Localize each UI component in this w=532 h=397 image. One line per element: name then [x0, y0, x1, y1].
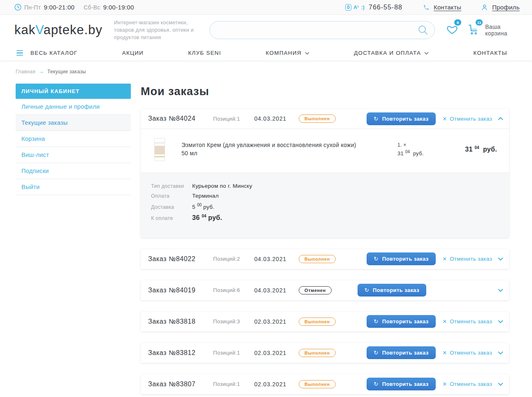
order-positions: Позиций:1 [213, 116, 254, 122]
order-date: 04.03.2021 [254, 256, 299, 262]
wishlist-count-badge: 6 [454, 19, 461, 26]
clock-icon [14, 4, 21, 11]
profile-link[interactable]: Профиль [492, 4, 520, 11]
sidebar-title: ЛИЧНЫЙ КАБИНЕТ [16, 84, 131, 99]
product-name: Эзмитоп Крем (для увлажнения и восстанов… [181, 141, 358, 157]
phone-number: 766-55-88 [369, 4, 402, 11]
repeat-order-button[interactable]: ↻ Повторить заказ [367, 112, 435, 125]
nav-item-catalog[interactable]: ВЕСЬ КАТАЛОГ [16, 50, 77, 56]
order-total-label: К оплате [151, 215, 189, 221]
sidebar-item-subscriptions[interactable]: Подписки [16, 163, 131, 179]
sidebar-item-current-orders[interactable]: Текущие заказы [16, 115, 131, 131]
refresh-icon: ↻ [374, 116, 378, 122]
profile-icon [481, 4, 488, 11]
order-status-badge: Выполнен [299, 114, 336, 123]
hours-weekend-label: Сб-Вс [84, 4, 100, 11]
order-date: 02.03.2021 [254, 350, 299, 356]
chevron-down-icon [498, 289, 503, 292]
repeat-order-button[interactable]: ↻Повторить заказ [367, 252, 435, 265]
sidebar-item-wishlist[interactable]: Виш-лист [16, 147, 131, 163]
main-nav: ВЕСЬ КАТАЛОГ АКЦИИ КЛУБ SENI КОМПАНИЯ ДО… [0, 45, 532, 61]
refresh-icon: ↻ [374, 381, 378, 387]
shipping-label: Доставка [151, 204, 189, 210]
cancel-order-link[interactable]: ×Отменить заказ [443, 381, 492, 388]
order-card-84022: Заказ №84022 Позиций:2 04.03.2021 Выполн… [141, 249, 509, 269]
order-details: Тип доставки Курьером по г. Минску Оплат… [141, 173, 509, 238]
payment-value: Терминал [192, 193, 219, 199]
close-icon: × [443, 115, 447, 122]
delivery-type-label: Тип доставки [151, 183, 189, 189]
order-total-value: 36 04 руб. [192, 214, 222, 222]
close-icon: × [443, 349, 447, 356]
contacts-link[interactable]: Контакты [434, 4, 461, 11]
product-qty: 1. × [397, 141, 443, 149]
payment-label: Оплата [151, 193, 189, 199]
order-positions: Позиций:3 [213, 318, 254, 325]
delivery-type-value: Курьером по г. Минску [192, 183, 252, 189]
nav-item-delivery[interactable]: ДОСТАВКА И ОПЛАТА [354, 50, 429, 56]
cart-button[interactable]: 11 [467, 23, 479, 37]
order-number: Заказ №84019 [148, 287, 213, 294]
site-header: kakVapteke.by Интернет-магазин косметики… [0, 15, 532, 45]
chevron-down-icon [305, 52, 309, 55]
product-total-price: 31 04 руб. [465, 145, 499, 153]
expand-order-button[interactable] [498, 383, 503, 386]
chevron-down-icon [498, 257, 503, 261]
order-status-badge: Выполнен [299, 255, 336, 263]
breadcrumb-home-link[interactable]: Главная [16, 69, 35, 75]
nav-item-promotions[interactable]: АКЦИИ [122, 50, 144, 56]
order-card-83807: Заказ №83807 Позиций:1 02.03.2021 Выполн… [141, 374, 509, 394]
hours-weekdays-value: 9:00-21:00 [44, 4, 74, 11]
repeat-order-button[interactable]: ↻Повторить заказ [367, 346, 435, 359]
sidebar-item-cart[interactable]: Корзина [16, 131, 131, 147]
site-logo[interactable]: kakVapteke.by [14, 23, 102, 37]
nav-item-club-seni[interactable]: КЛУБ SENI [188, 50, 221, 56]
order-number: Заказ №83807 [148, 381, 213, 388]
order-positions: Позиций:1 [213, 350, 254, 356]
sidebar-item-logout[interactable]: Выйти [16, 179, 131, 195]
cancel-order-link[interactable]: ×Отменить заказ [443, 349, 492, 356]
collapse-order-button[interactable] [498, 117, 503, 120]
product-image [154, 138, 165, 161]
order-date: 02.03.2021 [254, 381, 299, 388]
operator-life-icon: :) [361, 5, 365, 10]
refresh-icon: ↻ [374, 350, 378, 356]
expand-order-button[interactable] [498, 320, 503, 323]
repeat-order-button[interactable]: ↻Повторить заказ [367, 315, 435, 328]
close-icon: × [443, 318, 447, 325]
nav-item-contacts[interactable]: КОНТАКТЫ [474, 50, 507, 56]
sidebar-item-personal-data[interactable]: Личные данные и профили [16, 99, 131, 115]
cancel-order-link[interactable]: ×Отменить заказ [443, 318, 492, 325]
order-positions: Позиций:1 [213, 381, 254, 387]
search-input[interactable] [209, 21, 435, 39]
breadcrumb: Главная → Текущие заказы [16, 68, 532, 75]
order-card-83818: Заказ №83818 Позиций:3 02.03.2021 Выполн… [141, 312, 509, 332]
repeat-order-button[interactable]: ↻Повторить заказ [367, 378, 435, 390]
wishlist-button[interactable]: 6 [446, 23, 458, 37]
page-title: Мои заказы [141, 85, 509, 98]
expand-order-button[interactable] [498, 289, 503, 292]
cancel-order-link[interactable]: ×Отменить заказ [443, 255, 492, 262]
repeat-order-button[interactable]: ↻Повторить заказ [358, 284, 426, 297]
hours-weekdays-label: Пн-Пт [24, 4, 41, 11]
expand-order-button[interactable] [498, 351, 503, 355]
order-status-badge: Выполнен [299, 318, 336, 326]
shipping-value: 5 00 руб. [192, 203, 214, 210]
hours-weekend-value: 9:00-19:00 [103, 4, 134, 11]
order-product-row: Эзмитоп Крем (для увлажнения и восстанов… [141, 128, 509, 173]
search-icon[interactable] [418, 25, 428, 35]
product-qty-price: 1. × 31 04 руб. [397, 141, 443, 158]
order-status-badge: Выполнен [299, 380, 336, 388]
chevron-down-icon [498, 383, 503, 386]
operator-velcom-icon: 0 [345, 4, 351, 11]
refresh-icon: ↻ [374, 256, 378, 262]
expand-order-button[interactable] [498, 257, 503, 261]
order-number: Заказ №83812 [148, 349, 213, 357]
hamburger-icon [16, 50, 23, 56]
order-date: 02.03.2021 [254, 318, 299, 325]
close-icon: × [443, 381, 447, 388]
nav-item-company[interactable]: КОМПАНИЯ [266, 50, 309, 56]
breadcrumb-current: Текущие заказы [47, 69, 86, 75]
cancel-order-link[interactable]: × Отменить заказ [443, 115, 492, 122]
chevron-down-icon [498, 351, 503, 355]
